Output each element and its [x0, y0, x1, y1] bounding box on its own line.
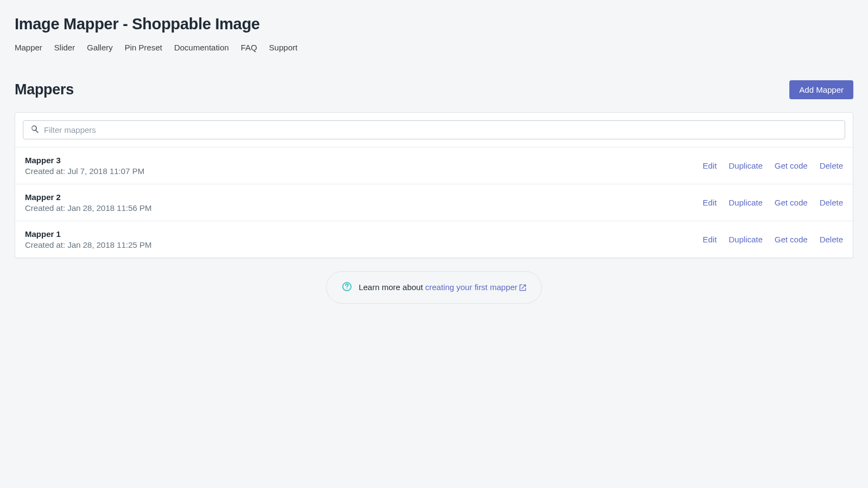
list-item: Mapper 3 Created at: Jul 7, 2018 11:07 P… [15, 147, 853, 184]
row-text: Mapper 1 Created at: Jan 28, 2018 11:25 … [25, 229, 152, 249]
help-text: Learn more about [359, 282, 425, 292]
row-title: Mapper 3 [25, 156, 144, 165]
row-subtitle: Created at: Jan 28, 2018 11:25 PM [25, 240, 152, 249]
help-link-text: creating your first mapper [425, 282, 518, 292]
help-link[interactable]: creating your first mapper [425, 282, 526, 292]
nav-tab-support[interactable]: Support [269, 43, 298, 52]
nav-tab-slider[interactable]: Slider [54, 43, 75, 52]
edit-button[interactable]: Edit [703, 161, 717, 170]
duplicate-button[interactable]: Duplicate [729, 161, 763, 170]
delete-button[interactable]: Delete [820, 161, 843, 170]
row-actions: Edit Duplicate Get code Delete [703, 235, 843, 244]
nav-tab-faq[interactable]: FAQ [241, 43, 257, 52]
get-code-button[interactable]: Get code [775, 161, 808, 170]
list-item: Mapper 1 Created at: Jan 28, 2018 11:25 … [15, 221, 853, 258]
duplicate-button[interactable]: Duplicate [729, 235, 763, 244]
get-code-button[interactable]: Get code [775, 198, 808, 207]
help-icon [342, 281, 352, 293]
filter-wrapper [15, 113, 853, 147]
row-title: Mapper 2 [25, 192, 152, 202]
mappers-card: Mapper 3 Created at: Jul 7, 2018 11:07 P… [15, 112, 853, 258]
row-text: Mapper 3 Created at: Jul 7, 2018 11:07 P… [25, 156, 144, 176]
nav-tab-gallery[interactable]: Gallery [87, 43, 113, 52]
row-actions: Edit Duplicate Get code Delete [703, 198, 843, 207]
svg-point-1 [347, 288, 348, 290]
nav-tab-mapper[interactable]: Mapper [15, 43, 42, 52]
nav-tabs: Mapper Slider Gallery Pin Preset Documen… [15, 43, 853, 52]
help-box: Learn more about creating your first map… [326, 271, 542, 304]
filter-box [23, 120, 845, 139]
delete-button[interactable]: Delete [820, 235, 843, 244]
nav-tab-pin-preset[interactable]: Pin Preset [125, 43, 162, 52]
help-text-wrapper: Learn more about creating your first map… [359, 282, 526, 293]
edit-button[interactable]: Edit [703, 235, 717, 244]
section-header: Mappers Add Mapper [15, 80, 853, 99]
row-text: Mapper 2 Created at: Jan 28, 2018 11:56 … [25, 192, 152, 213]
delete-button[interactable]: Delete [820, 198, 843, 207]
duplicate-button[interactable]: Duplicate [729, 198, 763, 207]
section-title: Mappers [15, 81, 74, 98]
filter-input[interactable] [23, 121, 845, 139]
page-title: Image Mapper - Shoppable Image [15, 15, 853, 33]
edit-button[interactable]: Edit [703, 198, 717, 207]
row-title: Mapper 1 [25, 229, 152, 239]
external-link-icon [519, 284, 526, 293]
get-code-button[interactable]: Get code [775, 235, 808, 244]
list-item: Mapper 2 Created at: Jan 28, 2018 11:56 … [15, 184, 853, 221]
row-subtitle: Created at: Jan 28, 2018 11:56 PM [25, 203, 152, 213]
row-subtitle: Created at: Jul 7, 2018 11:07 PM [25, 166, 144, 176]
row-actions: Edit Duplicate Get code Delete [703, 161, 843, 170]
nav-tab-documentation[interactable]: Documentation [174, 43, 229, 52]
add-mapper-button[interactable]: Add Mapper [789, 80, 853, 99]
